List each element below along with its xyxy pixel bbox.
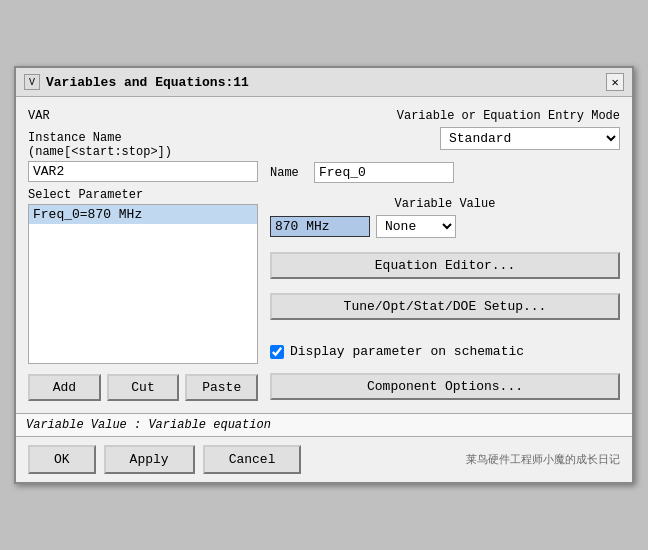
bottom-btn-row-left: Add Cut Paste: [28, 374, 258, 401]
select-parameter-label: Select Parameter: [28, 188, 258, 202]
bottom-button-row: OK Apply Cancel 莱鸟硬件工程师小魔的成长日记: [16, 437, 632, 482]
cut-button[interactable]: Cut: [107, 374, 180, 401]
component-options-button[interactable]: Component Options...: [270, 373, 620, 400]
main-dialog: V Variables and Equations:11 ✕ VAR Insta…: [14, 66, 634, 484]
instance-name-label: Instance Name (name[<start:stop>]): [28, 131, 258, 159]
name-label: Name: [270, 166, 306, 180]
parameter-list[interactable]: Freq_0=870 MHz: [28, 204, 258, 364]
variable-value-section: Variable Value None Global Optimization: [270, 197, 620, 238]
title-bar-left: V Variables and Equations:11: [24, 74, 249, 90]
name-input[interactable]: [314, 162, 454, 183]
status-text: Variable Value : Variable equation: [26, 418, 271, 432]
variable-unit-dropdown[interactable]: None Global Optimization: [376, 215, 456, 238]
display-param-label: Display parameter on schematic: [290, 344, 524, 359]
dialog-title: Variables and Equations:11: [46, 75, 249, 90]
variable-value-row: None Global Optimization: [270, 215, 620, 238]
paste-button[interactable]: Paste: [185, 374, 258, 401]
dialog-icon: V: [24, 74, 40, 90]
add-button[interactable]: Add: [28, 374, 101, 401]
entry-mode-label: Variable or Equation Entry Mode: [270, 109, 620, 123]
status-bar: Variable Value : Variable equation: [16, 413, 632, 437]
watermark-text: 莱鸟硬件工程师小魔的成长日记: [466, 452, 620, 467]
display-param-row: Display parameter on schematic: [270, 344, 620, 359]
entry-mode-dropdown[interactable]: Standard Equation: [440, 127, 620, 150]
tune-setup-button[interactable]: Tune/Opt/Stat/DOE Setup...: [270, 293, 620, 320]
var-label: VAR: [28, 109, 258, 123]
cancel-button[interactable]: Cancel: [203, 445, 302, 474]
variable-value-label: Variable Value: [270, 197, 620, 211]
close-button[interactable]: ✕: [606, 73, 624, 91]
display-param-checkbox[interactable]: [270, 345, 284, 359]
equation-editor-button[interactable]: Equation Editor...: [270, 252, 620, 279]
select-parameter-section: Select Parameter Freq_0=870 MHz: [28, 188, 258, 364]
dialog-body: VAR Instance Name (name[<start:stop>]) S…: [16, 97, 632, 413]
instance-name-input[interactable]: [28, 161, 258, 182]
entry-mode-section: Variable or Equation Entry Mode Standard…: [270, 109, 620, 150]
variable-value-input[interactable]: [270, 216, 370, 237]
instance-name-section: Instance Name (name[<start:stop>]): [28, 131, 258, 182]
apply-button[interactable]: Apply: [104, 445, 195, 474]
name-section: Name: [270, 162, 620, 183]
title-bar: V Variables and Equations:11 ✕: [16, 68, 632, 97]
list-item[interactable]: Freq_0=870 MHz: [29, 205, 257, 224]
right-panel: Variable or Equation Entry Mode Standard…: [270, 109, 620, 401]
ok-button[interactable]: OK: [28, 445, 96, 474]
left-panel: VAR Instance Name (name[<start:stop>]) S…: [28, 109, 258, 401]
